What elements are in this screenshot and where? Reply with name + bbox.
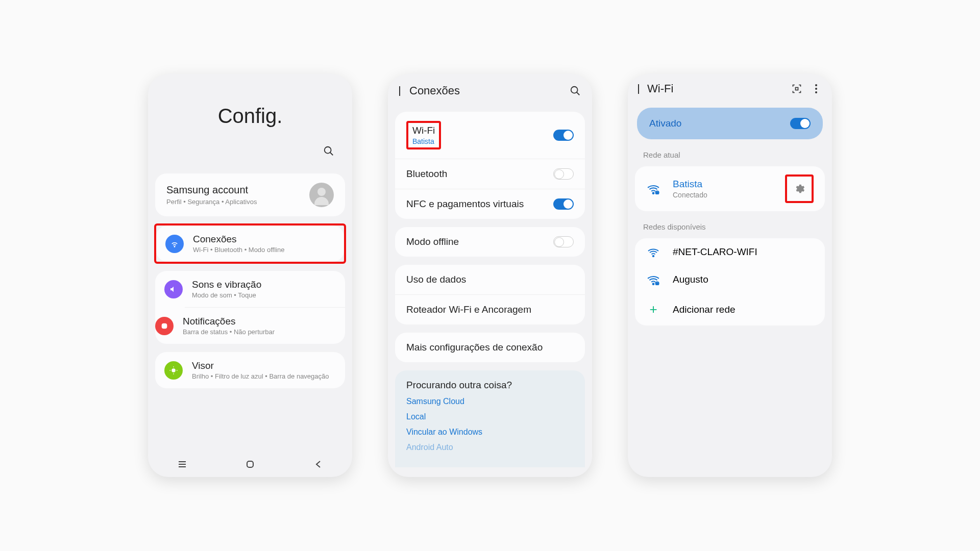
- svg-rect-3: [162, 323, 167, 329]
- svg-rect-21: [656, 192, 658, 194]
- account-subtitle: Perfil • Segurança • Aplicativos: [166, 198, 257, 206]
- link-local[interactable]: Local: [406, 412, 574, 421]
- svg-point-16: [815, 84, 817, 86]
- plus-icon: +: [646, 302, 660, 317]
- android-navbar: [148, 452, 352, 477]
- bluetooth-row[interactable]: Bluetooth: [395, 159, 585, 189]
- network-status: Conectado: [673, 191, 785, 199]
- network-name: Batista: [673, 179, 785, 190]
- offline-row[interactable]: Modo offline: [395, 227, 585, 257]
- svg-point-0: [325, 147, 331, 154]
- item-subtitle: Barra de status • Não perturbar: [183, 328, 275, 336]
- network-name: #NET-CLARO-WIFI: [673, 246, 814, 258]
- link-android-auto[interactable]: Android Auto: [406, 443, 574, 452]
- nfc-label: NFC e pagamentos virtuais: [406, 198, 524, 210]
- settings-item-visor[interactable]: Visor Brilho • Filtro de luz azul • Barr…: [155, 352, 345, 388]
- gear-icon[interactable]: [790, 180, 808, 198]
- add-network-label: Adicionar rede: [673, 304, 814, 315]
- item-title: Notificações: [183, 316, 275, 327]
- wifi-enabled-row[interactable]: Ativado: [637, 108, 823, 139]
- search-icon[interactable]: [570, 85, 581, 96]
- wifi-icon: [165, 235, 184, 253]
- hotspot-label: Roteador Wi-Fi e Ancoragem: [406, 304, 531, 315]
- hotspot-row[interactable]: Roteador Wi-Fi e Ancoragem: [395, 294, 585, 324]
- home-button[interactable]: [245, 459, 255, 469]
- wifi-toggle[interactable]: [553, 130, 574, 141]
- samsung-account-row[interactable]: Samsung account Perfil • Segurança • Apl…: [155, 173, 345, 216]
- nfc-toggle[interactable]: [553, 198, 574, 210]
- bluetooth-toggle[interactable]: [553, 168, 574, 180]
- nfc-row[interactable]: NFC e pagamentos virtuais: [395, 189, 585, 219]
- item-title: Visor: [192, 360, 329, 371]
- svg-point-18: [815, 91, 817, 93]
- settings-item-notificacoes[interactable]: Notificações Barra de status • Não pertu…: [185, 307, 345, 344]
- svg-rect-15: [796, 88, 798, 90]
- wifi-network: Batista: [412, 137, 435, 145]
- svg-point-23: [653, 283, 654, 285]
- wifi-enabled-label: Ativado: [649, 118, 681, 129]
- wifi-signal-lock-icon: [646, 274, 660, 285]
- display-icon: [164, 361, 183, 380]
- svg-point-17: [815, 88, 817, 90]
- page-title: Conexões: [409, 84, 570, 97]
- item-subtitle: Brilho • Filtro de luz azul • Barra de n…: [192, 372, 329, 380]
- phone-config: Config. Samsung account Perfil • Seguran…: [148, 74, 352, 477]
- current-network-label: Rede atual: [628, 143, 832, 162]
- sound-icon: [164, 280, 183, 298]
- item-subtitle: Modo de som • Toque: [192, 291, 261, 299]
- more-connection-row[interactable]: Mais configurações de conexão: [395, 333, 585, 362]
- item-title: Conexões: [193, 234, 284, 245]
- back-icon[interactable]: [399, 86, 400, 95]
- wifi-master-toggle[interactable]: [790, 118, 811, 129]
- settings-item-sons[interactable]: Sons e vibração Modo de som • Toque: [155, 271, 345, 307]
- link-windows[interactable]: Vincular ao Windows: [406, 428, 574, 437]
- network-row[interactable]: Augusto: [635, 266, 825, 293]
- data-usage-row[interactable]: Uso de dados: [395, 265, 585, 294]
- svg-rect-12: [247, 461, 253, 467]
- network-name: Augusto: [673, 274, 814, 285]
- item-subtitle: Wi-Fi • Bluetooth • Modo offline: [193, 246, 284, 254]
- bluetooth-label: Bluetooth: [406, 168, 447, 180]
- data-usage-label: Uso de dados: [406, 274, 466, 285]
- add-network-row[interactable]: + Adicionar rede: [635, 293, 825, 325]
- svg-rect-25: [656, 283, 658, 285]
- link-samsung-cloud[interactable]: Samsung Cloud: [406, 397, 574, 406]
- page-title: Config.: [163, 105, 337, 128]
- svg-point-22: [653, 256, 654, 257]
- qr-scan-icon[interactable]: [791, 83, 802, 94]
- wifi-signal-icon: [646, 247, 660, 257]
- account-title: Samsung account: [166, 184, 257, 196]
- phone-conexoes: Conexões Wi-Fi Batista Bluetooth NFC e p…: [388, 74, 592, 477]
- page-title: Wi-Fi: [647, 82, 783, 95]
- notification-icon: [155, 317, 174, 335]
- offline-toggle[interactable]: [553, 236, 574, 247]
- svg-point-2: [174, 246, 175, 247]
- svg-line-1: [330, 153, 333, 156]
- svg-point-13: [571, 87, 578, 93]
- avatar-icon: [309, 183, 334, 207]
- current-network-row[interactable]: Batista Conectado: [635, 166, 825, 211]
- footer-heading: Procurando outra coisa?: [406, 380, 574, 391]
- settings-item-conexoes[interactable]: Conexões Wi-Fi • Bluetooth • Modo offlin…: [156, 226, 344, 262]
- search-icon[interactable]: [323, 145, 334, 157]
- phone-wifi: Wi-Fi Ativado Rede atual Batista Conecta…: [628, 74, 832, 477]
- svg-line-14: [577, 92, 580, 95]
- looking-for-section: Procurando outra coisa? Samsung Cloud Lo…: [395, 370, 585, 467]
- svg-point-19: [653, 192, 654, 194]
- wifi-label: Wi-Fi: [412, 125, 435, 136]
- wifi-row[interactable]: Wi-Fi Batista: [395, 112, 585, 159]
- recents-button[interactable]: [177, 459, 187, 469]
- wifi-signal-icon: [646, 183, 660, 194]
- item-title: Sons e vibração: [192, 279, 261, 290]
- more-connection-label: Mais configurações de conexão: [406, 342, 543, 353]
- svg-point-4: [172, 368, 176, 372]
- back-icon[interactable]: [638, 84, 639, 93]
- more-icon[interactable]: [811, 83, 822, 94]
- back-button[interactable]: [313, 459, 323, 469]
- offline-label: Modo offline: [406, 236, 459, 247]
- network-row[interactable]: #NET-CLARO-WIFI: [635, 238, 825, 266]
- available-networks-label: Redes disponíveis: [628, 215, 832, 234]
